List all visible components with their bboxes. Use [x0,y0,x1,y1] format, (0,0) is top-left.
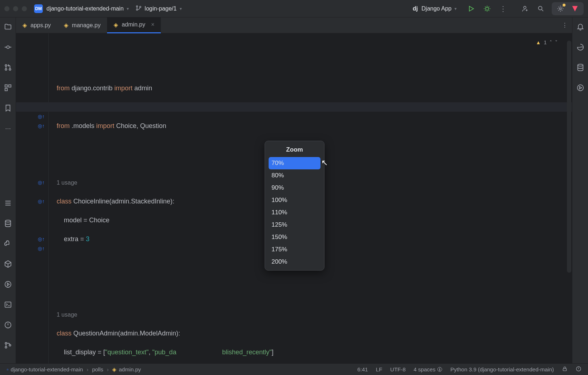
database-tool-icon[interactable] [2,218,14,229]
debug-button[interactable] [481,2,494,15]
tab-more-button[interactable]: ⋮ [562,22,568,29]
override-gutter-icon[interactable]: ◎↑ [38,246,45,251]
chevron-down-icon[interactable]: ▾ [180,6,182,11]
ai-assistant-icon[interactable] [575,41,586,53]
tab-label: manage.py [72,22,101,29]
bookmarks-tool-icon[interactable] [2,102,14,114]
notification-dot-icon [563,4,565,7]
tab-admin[interactable]: ◈admin.py× [107,17,161,33]
editor-tabs: ◈apps.py ◈manage.py ◈admin.py× ⋮ [16,17,572,33]
python-interpreter[interactable]: Python 3.9 (django-tutorial-extended-mai… [450,366,554,372]
status-info-icon[interactable] [576,366,581,373]
database-tool-icon[interactable] [575,62,586,73]
zoom-option[interactable]: 150% [265,231,324,243]
zoom-popup: Zoom 70%80%90%100%110%125%150%175%200% [265,141,324,271]
python-console-icon[interactable] [2,238,14,250]
chevron-up-icon[interactable]: ˄ [550,38,552,47]
chevron-down-icon[interactable]: ▾ [454,6,457,11]
breadcrumb-file[interactable]: admin.py [119,366,141,372]
commit-tool-icon[interactable] [2,41,14,53]
zoom-option[interactable]: 90% [265,182,324,194]
services-tool-icon[interactable] [2,279,14,290]
zoom-option[interactable]: 110% [265,206,324,219]
svg-point-4 [486,7,489,10]
indent-settings[interactable]: 4 spaces 🛈 [414,366,442,372]
run-config-name[interactable]: Django App [421,5,452,12]
svg-point-22 [9,345,11,346]
svg-point-10 [5,69,7,70]
tab-label: apps.py [30,22,51,29]
terminal-tool-icon[interactable] [2,299,14,310]
branch-name[interactable]: login-page/1 [145,5,177,12]
vcs-tool-icon[interactable] [2,339,14,351]
zoom-option[interactable]: 70% [269,157,320,169]
svg-rect-18 [5,302,11,308]
zoom-option[interactable]: 125% [265,219,324,231]
packages-tool-icon[interactable] [2,258,14,270]
tab-manage[interactable]: ◈manage.py [57,17,107,33]
zoom-option[interactable]: 80% [265,169,324,182]
svg-marker-17 [7,283,9,285]
code-with-me-icon[interactable] [518,2,531,15]
structure-tool-icon[interactable] [2,82,14,94]
close-tab-icon[interactable]: × [151,21,154,28]
override-gutter-icon[interactable]: ◎↑ [38,123,45,129]
more-tools-icon[interactable]: ⋯ [2,123,14,134]
left-sidebar: ⋯ [0,17,16,363]
tab-label: admin.py [122,21,145,28]
svg-rect-14 [5,88,7,91]
override-gutter-icon[interactable]: ◎↑ [38,236,45,242]
file-encoding[interactable]: UTF-8 [390,366,406,372]
mouse-cursor-icon: ↖ [321,158,328,168]
override-gutter-icon[interactable]: ◎↑ [38,180,45,185]
window-controls[interactable] [4,6,27,11]
warning-count: 1 [544,38,547,47]
settings-button[interactable] [554,2,567,15]
svg-rect-13 [8,85,11,87]
warning-icon: ▲ [536,38,541,47]
branch-icon [135,5,142,13]
endpoints-tool-icon[interactable] [575,82,586,94]
close-window-icon[interactable] [4,6,9,11]
run-button[interactable] [465,2,478,15]
readonly-icon[interactable] [562,366,568,373]
zoom-option[interactable]: 200% [265,256,324,268]
module-icon: ▫ [7,366,8,372]
maximize-window-icon[interactable] [22,6,27,11]
breadcrumb-root[interactable]: django-tutorial-extended-main [11,366,83,372]
override-gutter-icon[interactable]: ◎↑ [38,198,45,204]
cursor-position[interactable]: 6:41 [357,366,368,372]
svg-point-8 [7,46,9,48]
inspection-widget[interactable]: ▲ 1 ˄ ˅ [536,38,558,47]
minimize-window-icon[interactable] [13,6,18,11]
breadcrumb-folder[interactable]: polls [92,366,103,372]
svg-point-5 [524,6,526,9]
line-separator[interactable]: LF [376,366,383,372]
zoom-option[interactable]: 175% [265,243,324,256]
chevron-down-icon[interactable]: ▾ [127,6,129,11]
override-gutter-icon[interactable]: ◎↑ [38,114,45,119]
chevron-down-icon[interactable]: ˅ [555,38,558,47]
svg-point-11 [9,69,11,70]
ide-logo-icon[interactable] [568,2,581,15]
todo-tool-icon[interactable] [2,197,14,209]
project-tool-icon[interactable] [2,21,14,33]
zoom-option[interactable]: 100% [265,194,324,206]
pull-requests-icon[interactable] [2,62,14,73]
run-config-badge: dj [413,5,418,12]
svg-point-7 [560,8,562,9]
problems-tool-icon[interactable] [2,319,14,331]
search-button[interactable] [534,2,547,15]
svg-point-23 [577,64,583,66]
svg-marker-3 [469,6,474,11]
notifications-tool-icon[interactable] [575,21,586,33]
popup-title: Zoom [265,143,324,157]
more-actions-button[interactable]: ⋮ [497,2,510,15]
svg-rect-25 [563,368,566,371]
svg-point-16 [5,281,11,288]
svg-point-21 [5,346,7,348]
project-badge: DM [34,4,43,13]
tab-apps[interactable]: ◈apps.py [16,17,57,33]
project-name[interactable]: django-tutorial-extended-main [46,5,124,12]
svg-point-6 [538,6,542,10]
